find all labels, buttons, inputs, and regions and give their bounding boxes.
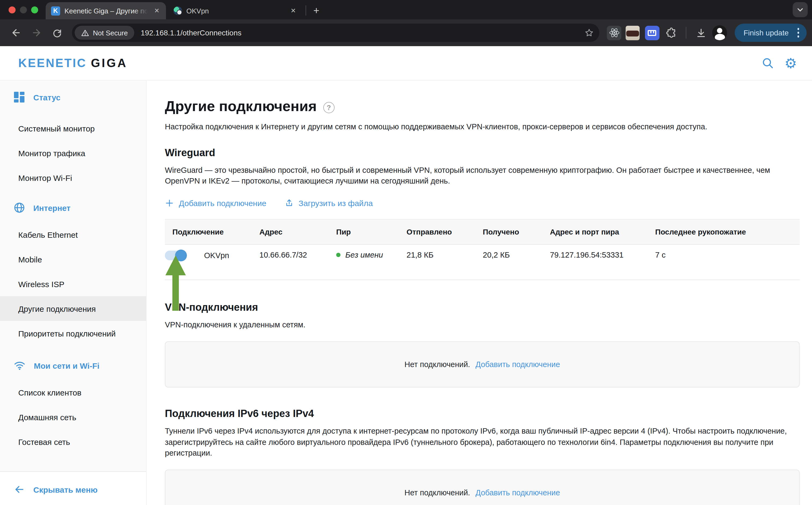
sidebar-item-traffic-monitor[interactable]: Монитор трафика <box>0 141 146 165</box>
tab-keenetic[interactable]: K Keenetic Giga – Другие подк ✕ <box>46 2 166 19</box>
add-connection-link[interactable]: Добавить подключение <box>165 199 266 208</box>
window-minimize-button[interactable] <box>20 6 27 13</box>
column-header: Подключение <box>165 227 252 236</box>
bookmark-star-icon[interactable] <box>584 28 594 37</box>
downloads-button[interactable] <box>693 25 709 41</box>
search-icon[interactable] <box>761 57 774 69</box>
sidebar-item-wireless-isp[interactable]: Wireless ISP <box>0 272 146 296</box>
sent-bytes: 21,8 КБ <box>399 245 475 259</box>
window-zoom-button[interactable] <box>31 6 38 13</box>
ruler-extension-icon[interactable] <box>644 25 660 41</box>
sidebar-item-other-connections[interactable]: Другие подключения <box>0 296 146 321</box>
connection-name: OKVpn <box>204 251 229 260</box>
vpn-add-connection-link[interactable]: Добавить подключение <box>476 360 560 369</box>
column-header: Получено <box>475 227 542 236</box>
sidebar-item-guest-network[interactable]: Гостевая сеть <box>0 429 146 454</box>
sidebar-item-connection-priorities[interactable]: Приоритеты подключений <box>0 321 146 346</box>
chevron-down-icon <box>796 6 804 13</box>
forward-button[interactable] <box>28 24 45 41</box>
main-content: Другие подключения ? Настройка подключен… <box>147 80 812 505</box>
mask-extension-icon[interactable] <box>625 25 641 41</box>
security-label: Not Secure <box>93 29 128 37</box>
tab-close-icon[interactable]: ✕ <box>288 6 298 16</box>
brand-keenetic: KEENETIC <box>18 56 87 69</box>
extensions-puzzle-icon[interactable] <box>664 25 680 41</box>
wireguard-table: Подключение Адрес Пир Отправлено Получен… <box>165 219 800 280</box>
plus-icon <box>165 199 174 208</box>
okvpn-favicon <box>173 6 182 15</box>
security-chip[interactable]: Not Secure <box>75 26 134 40</box>
url-text: 192.168.1.1/otherConnections <box>141 28 580 37</box>
empty-text: Нет подключений. <box>404 489 470 497</box>
sidebar-item-home-network[interactable]: Домашняя сеть <box>0 405 146 429</box>
gear-icon[interactable]: ⚙ <box>784 56 797 70</box>
ipv6-add-connection-link[interactable]: Добавить подключение <box>476 489 560 497</box>
react-devtools-extension-icon[interactable] <box>607 25 622 40</box>
address-bar[interactable]: Not Secure 192.168.1.1/otherConnections <box>72 24 599 42</box>
dashboard-icon <box>13 91 25 103</box>
ipv6-empty-state: Нет подключений. Добавить подключение <box>165 470 800 505</box>
sidebar-item-ethernet[interactable]: Кабель Ethernet <box>0 222 146 247</box>
back-button[interactable] <box>7 24 25 41</box>
browser-window: K Keenetic Giga – Другие подк ✕ OKVpn ✕ … <box>0 0 812 505</box>
back-arrow-icon <box>11 27 21 38</box>
wireguard-heading: Wireguard <box>165 147 800 159</box>
empty-text: Нет подключений. <box>404 360 470 369</box>
peer-endpoint: 79.127.196.54:53331 <box>542 245 648 259</box>
tab-title: Keenetic Giga – Другие подк <box>64 7 148 15</box>
upload-from-file-link[interactable]: Загрузить из файла <box>285 199 373 208</box>
tab-okvpn[interactable]: OKVpn ✕ <box>166 2 303 19</box>
help-icon[interactable]: ? <box>323 102 334 113</box>
column-header: Адрес и порт пира <box>542 227 648 236</box>
tab-title: OKVpn <box>186 7 284 15</box>
ipv6-description: Туннели IPv6 через IPv4 используются для… <box>165 426 799 459</box>
sidebar-item-system-monitor[interactable]: Системный монитор <box>0 116 146 141</box>
sidebar: Статус Системный монитор Монитор трафика… <box>0 80 147 505</box>
column-header: Пир <box>329 227 399 236</box>
browser-menu-icon[interactable] <box>795 28 801 37</box>
reload-button[interactable] <box>48 24 65 41</box>
profile-avatar[interactable] <box>712 25 727 40</box>
received-bytes: 20,2 КБ <box>475 245 542 259</box>
finish-update-label: Finish update <box>743 28 789 37</box>
sidebar-item-mobile[interactable]: Mobile <box>0 247 146 272</box>
column-header: Отправлено <box>399 227 475 236</box>
table-row[interactable]: OKVpn 10.66.66.7/32 Без имени 21,8 КБ 20… <box>165 245 800 280</box>
browser-tab-strip: K Keenetic Giga – Другие подк ✕ OKVpn ✕ … <box>0 0 812 19</box>
page-title: Другие подключения ? <box>165 98 800 115</box>
macos-window-controls <box>0 0 46 19</box>
table-header-row: Подключение Адрес Пир Отправлено Получен… <box>165 219 800 245</box>
ipv6-heading: Подключения IPv6 через IPv4 <box>165 408 800 420</box>
sidebar-section-my-networks[interactable]: Мои сети и Wi-Fi <box>0 358 146 372</box>
window-close-button[interactable] <box>9 6 16 13</box>
connection-toggle[interactable] <box>165 250 186 260</box>
warning-triangle-icon <box>81 29 89 37</box>
download-icon <box>695 27 707 38</box>
keenetic-favicon: K <box>51 6 60 15</box>
wifi-icon <box>13 360 26 371</box>
arrow-left-icon <box>13 484 25 495</box>
brand-logo: KEENETICGIGA <box>18 56 128 70</box>
finish-update-button[interactable]: Finish update <box>735 24 807 42</box>
site-header: KEENETICGIGA ⚙ <box>0 46 812 80</box>
new-tab-button[interactable]: + <box>309 4 323 18</box>
forward-arrow-icon <box>31 27 42 38</box>
vpn-description: VPN-подключения к удаленным сетям. <box>165 319 799 330</box>
reload-icon <box>52 28 62 38</box>
tab-search-button[interactable] <box>793 2 808 17</box>
vpn-empty-state: Нет подключений. Добавить подключение <box>165 342 800 388</box>
wireguard-description: WireGuard — это чрезвычайно простой, но … <box>165 164 799 186</box>
sidebar-item-wifi-monitor[interactable]: Монитор Wi-Fi <box>0 165 146 190</box>
sidebar-section-internet[interactable]: Интернет <box>0 201 146 215</box>
tab-close-icon[interactable]: ✕ <box>152 6 162 16</box>
vpn-heading: VPN-подключения <box>165 302 800 313</box>
sidebar-item-client-list[interactable]: Список клиентов <box>0 380 146 405</box>
sidebar-section-status[interactable]: Статус <box>0 90 146 104</box>
column-header: Последнее рукопожатие <box>648 227 800 236</box>
connection-address: 10.66.66.7/32 <box>252 245 329 259</box>
page-intro: Настройка подключения к Интернету и друг… <box>165 122 799 132</box>
collapse-menu-button[interactable]: Скрывать меню <box>0 471 146 505</box>
globe-icon <box>13 202 25 214</box>
peer-name: Без имени <box>345 250 383 259</box>
tab-separator <box>305 5 306 16</box>
